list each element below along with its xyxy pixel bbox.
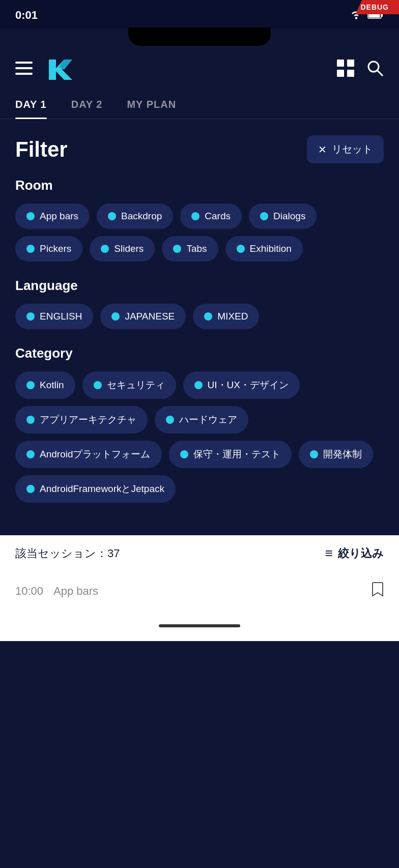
status-bar: 0:01 [0,0,399,28]
chip-label: App bars [40,211,78,222]
category-chip-group: Kotlin セキュリティ UI・UX・デザイン アプリアーキテクチャ ハードウ… [15,371,384,503]
session-time: 10:00 [15,585,43,598]
language-section: Language ENGLISH JAPANESE MIXED [15,278,384,329]
chip-hardware[interactable]: ハードウェア [155,406,248,433]
room-chip-group: App bars Backdrop Cards Dialogs Pickers [15,204,384,262]
chip-cards[interactable]: Cards [180,204,242,229]
filter-apply-icon: ≡ [325,545,333,561]
search-icon[interactable] [366,60,384,80]
chip-dot [194,381,203,389]
chip-security[interactable]: セキュリティ [82,371,176,399]
reset-button[interactable]: ✕ リセット [307,135,384,163]
chip-label: ハードウェア [179,413,237,426]
chip-app-bars[interactable]: App bars [15,204,90,229]
close-icon: ✕ [318,143,327,156]
chip-label: 開発体制 [323,448,362,461]
grid-icon[interactable] [337,60,354,80]
chip-label: Pickers [40,243,71,254]
tab-day2[interactable]: DAY 2 [71,91,103,119]
language-section-title: Language [15,278,384,294]
header-left [15,57,75,82]
chip-dot [173,245,181,253]
session-name: App bars [43,585,372,598]
svg-line-14 [378,71,383,76]
filter-apply-button[interactable]: ≡ 絞り込み [325,545,384,561]
chip-dot [26,450,35,458]
logo-icon [45,57,75,82]
tab-bar: DAY 1 DAY 2 MY PLAN [0,91,399,119]
chip-dot [108,212,116,220]
filter-header: Filter ✕ リセット [15,135,384,163]
chip-mixed[interactable]: MIXED [193,304,259,329]
reset-label: リセット [332,142,373,156]
chip-dot [26,416,35,424]
chip-dot [180,450,188,458]
chip-dot [111,312,120,321]
bookmark-icon[interactable] [372,582,384,600]
debug-badge: DEBUG [355,0,399,14]
chip-label: Exhibition [250,243,292,254]
chip-dot [310,450,318,458]
chip-label: Cards [205,211,231,222]
chip-label: JAPANESE [125,311,175,322]
chip-dot [166,416,174,424]
chip-pickers[interactable]: Pickers [15,236,82,262]
chip-label: セキュリティ [107,379,165,392]
chip-label: ENGLISH [40,311,82,322]
notch [128,27,271,46]
chip-label: Androidプラットフォーム [40,448,151,461]
chip-kotlin[interactable]: Kotlin [15,371,75,399]
logo [45,57,75,82]
chip-dialogs[interactable]: Dialogs [249,204,317,229]
chip-dot [237,245,245,253]
category-section: Category Kotlin セキュリティ UI・UX・デザイン アプリアーキ… [15,345,384,503]
chip-label: UI・UX・デザイン [208,379,289,392]
chip-dot [26,312,35,321]
bottom-bar: 該当セッション：37 ≡ 絞り込み [0,535,399,571]
language-chip-group: ENGLISH JAPANESE MIXED [15,304,384,329]
chip-backdrop[interactable]: Backdrop [97,204,173,229]
chip-dot [94,381,102,389]
session-preview: 10:00 App bars [0,571,399,611]
chip-maintenance[interactable]: 保守・運用・テスト [169,441,292,468]
chip-tabs[interactable]: Tabs [162,236,218,262]
chip-dot [260,212,268,220]
filter-apply-label: 絞り込み [338,546,384,561]
chip-dot [204,312,212,321]
chip-exhibition[interactable]: Exhibition [225,236,303,262]
chip-dot [26,381,35,389]
chip-label: Sliders [114,243,144,254]
svg-point-13 [368,62,379,72]
status-time: 0:01 [15,9,38,22]
chip-android-platform[interactable]: Androidプラットフォーム [15,441,162,468]
svg-rect-9 [337,60,344,67]
header-right [337,60,384,80]
home-bar [159,624,240,627]
room-section: Room App bars Backdrop Cards Dialogs [15,178,384,262]
chip-dot [26,485,35,493]
chip-label: Backdrop [121,211,162,222]
svg-rect-12 [347,70,354,77]
header [0,47,399,82]
chip-ui-ux[interactable]: UI・UX・デザイン [183,371,300,399]
chip-label: AndroidFrameworkとJetpack [40,482,164,496]
chip-sliders[interactable]: Sliders [90,236,155,262]
chip-app-arch[interactable]: アプリアーキテクチャ [15,406,148,433]
chip-japanese[interactable]: JAPANESE [100,304,186,329]
chip-android-fw[interactable]: AndroidFrameworkとJetpack [15,475,176,503]
hamburger-icon[interactable] [15,62,33,78]
chip-label: Kotlin [40,380,64,391]
tab-myplan[interactable]: MY PLAN [127,91,176,119]
session-count: 該当セッション：37 [15,546,120,561]
chip-label: アプリアーキテクチャ [40,413,136,426]
chip-dot [101,245,109,253]
svg-rect-5 [15,67,33,69]
filter-title: Filter [15,137,68,162]
chip-dot [26,212,35,220]
chip-dot [191,212,200,220]
tab-day1[interactable]: DAY 1 [15,91,47,119]
home-indicator [0,611,399,641]
chip-dev-structure[interactable]: 開発体制 [299,441,373,468]
chip-dot [26,245,35,253]
chip-english[interactable]: ENGLISH [15,304,93,329]
